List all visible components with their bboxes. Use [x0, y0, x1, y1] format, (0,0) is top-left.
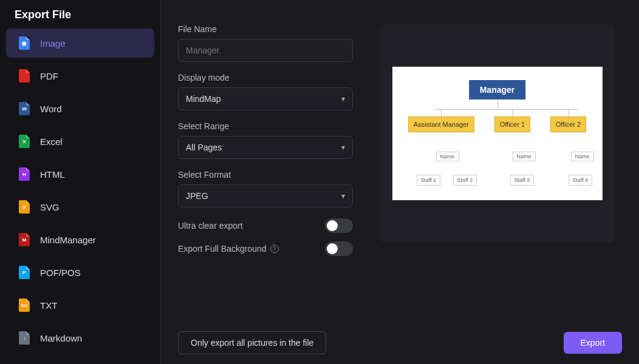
org-name: Name [571, 152, 594, 161]
word-icon: W [18, 101, 30, 116]
sidebar-item-label: Markdown [40, 333, 82, 343]
sidebar: Export File ▣ Image PDF W Word X Excel H… [0, 0, 161, 364]
ultra-clear-toggle[interactable] [325, 218, 353, 233]
org-staff: Staff 3 [510, 175, 535, 186]
select-value: All Pages [186, 143, 222, 152]
sidebar-item-label: HTML [40, 169, 65, 180]
org-node: Officer 1 [494, 116, 530, 132]
chevron-down-icon: ▾ [341, 95, 345, 103]
sidebar-item-label: SVG [40, 202, 60, 212]
org-name: Name [513, 152, 536, 161]
file-name-label: File Name [178, 24, 353, 34]
sidebar-item-label: PDF [40, 71, 58, 81]
toggle-knob [327, 220, 338, 231]
sidebar-item-word[interactable]: W Word [6, 94, 154, 123]
sidebar-title: Export File [6, 8, 154, 29]
org-node: Assistant Manager [408, 116, 474, 132]
export-bg-label: Export Full Background ? [178, 244, 279, 254]
ultra-clear-label: Ultra clear export [178, 221, 243, 231]
markdown-icon: ↓ [18, 331, 30, 345]
display-mode-label: Display mode [178, 73, 353, 83]
image-icon: ▣ [18, 36, 30, 50]
preview-image: Manager Assistant Manager Officer 1 Offi… [392, 67, 603, 200]
sidebar-item-label: MindManager [40, 235, 96, 245]
pof-icon: P [18, 265, 30, 280]
chevron-down-icon: ▾ [341, 192, 345, 200]
export-button[interactable]: Export [564, 332, 622, 354]
bottom-bar: Only export all pictures in the file Exp… [178, 322, 622, 354]
help-icon[interactable]: ? [270, 244, 279, 253]
sidebar-item-pdf[interactable]: PDF [6, 61, 154, 90]
sidebar-item-label: Excel [40, 136, 63, 147]
mindmanager-icon: M [18, 232, 30, 247]
org-staff: Staff 1 [417, 175, 441, 186]
sidebar-item-label: TXT [40, 300, 57, 311]
select-format-label: Select Format [178, 170, 353, 180]
main-panel: File Name Display mode MindMap ▾ Select … [161, 0, 639, 364]
preview-column: Manager Assistant Manager Officer 1 Offi… [372, 24, 622, 322]
toggle-knob [327, 243, 338, 254]
org-staff: Staff 4 [569, 175, 593, 186]
only-export-pictures-button[interactable]: Only export all pictures in the file [178, 331, 326, 354]
org-node: Officer 2 [550, 116, 586, 132]
preview-box: Manager Assistant Manager Officer 1 Offi… [380, 24, 615, 243]
sidebar-item-excel[interactable]: X Excel [6, 127, 154, 156]
select-range-select[interactable]: All Pages ▾ [178, 136, 353, 159]
sidebar-item-mindmanager[interactable]: M MindManager [6, 225, 154, 254]
txt-icon: txt [18, 298, 30, 312]
pdf-icon [18, 69, 30, 83]
select-format-select[interactable]: JPEG ▾ [178, 184, 353, 207]
export-bg-toggle[interactable] [325, 241, 353, 256]
form-column: File Name Display mode MindMap ▾ Select … [178, 24, 353, 322]
select-range-label: Select Range [178, 121, 353, 131]
org-name: Name [436, 152, 459, 161]
sidebar-item-label: Image [40, 38, 66, 49]
sidebar-item-image[interactable]: ▣ Image [6, 29, 154, 58]
sidebar-item-svg[interactable]: S SVG [6, 192, 154, 221]
select-value: JPEG [186, 191, 208, 201]
excel-icon: X [18, 134, 30, 149]
org-root: Manager [469, 80, 526, 99]
display-mode-select[interactable]: MindMap ▾ [178, 87, 353, 110]
sidebar-item-label: Word [40, 104, 62, 114]
sidebar-item-markdown[interactable]: ↓ Markdown [6, 323, 154, 352]
sidebar-item-txt[interactable]: txt TXT [6, 291, 154, 320]
sidebar-item-html[interactable]: H HTML [6, 160, 154, 189]
org-staff: Staff 2 [453, 175, 477, 186]
select-value: MindMap [186, 94, 221, 104]
svg-icon: S [18, 200, 30, 214]
file-name-input[interactable] [178, 39, 353, 62]
chevron-down-icon: ▾ [341, 143, 345, 152]
html-icon: H [18, 167, 30, 181]
sidebar-item-label: POF/POS [40, 268, 81, 278]
sidebar-item-pof[interactable]: P POF/POS [6, 258, 154, 287]
